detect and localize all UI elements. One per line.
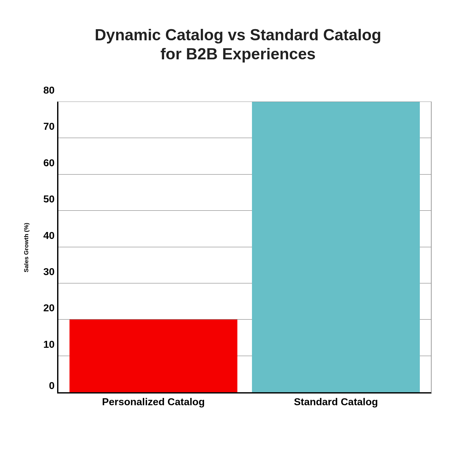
y-axis-label: Sales Growth (%) — [23, 223, 30, 272]
ytick-30: 30 — [36, 266, 55, 277]
xlabel-personalized: Personalized Catalog — [69, 396, 237, 408]
xlabel-standard: Standard Catalog — [252, 396, 420, 408]
ytick-60: 60 — [36, 157, 55, 169]
bar-personalized-catalog — [69, 320, 237, 392]
ytick-20: 20 — [36, 302, 55, 314]
plot-frame: 0 10 20 30 40 50 60 70 80 Personalized C… — [57, 102, 432, 393]
ytick-0: 0 — [36, 380, 55, 392]
bar-standard-catalog — [252, 102, 420, 392]
ytick-80: 80 — [36, 84, 55, 96]
ytick-40: 40 — [36, 229, 55, 241]
chart-plot-area: 0 10 20 30 40 50 60 70 80 Personalized C… — [57, 102, 432, 393]
chart-title: Dynamic Catalog vs Standard Catalog for … — [0, 25, 476, 63]
ytick-70: 70 — [36, 121, 55, 132]
ytick-10: 10 — [36, 338, 55, 350]
ytick-50: 50 — [36, 193, 55, 205]
